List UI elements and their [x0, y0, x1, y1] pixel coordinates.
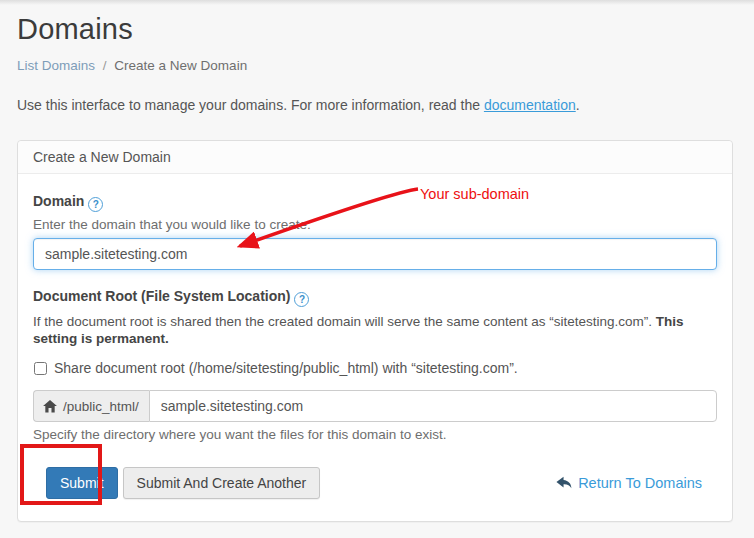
share-docroot-checkbox[interactable] [34, 362, 47, 375]
actions-row: Submit Submit And Create Another Return … [33, 467, 717, 499]
breadcrumb: List Domains / Create a New Domain [17, 58, 247, 73]
help-icon[interactable]: ? [88, 197, 103, 212]
breadcrumb-link-list-domains[interactable]: List Domains [17, 58, 95, 73]
intro-text-after: . [576, 97, 580, 113]
documentation-link[interactable]: documentation [484, 97, 576, 113]
breadcrumb-separator: / [103, 58, 107, 73]
return-to-domains-link[interactable]: Return To Domains [556, 475, 702, 491]
docroot-label: Document Root (File System Location) [33, 288, 290, 304]
domain-label-row: Domain? [33, 193, 717, 212]
docroot-hint: Specify the directory where you want the… [33, 427, 717, 442]
docroot-path-prefix: /public_html/ [63, 399, 139, 414]
page-title: Domains [17, 13, 133, 46]
panel-header: Create a New Domain [18, 141, 732, 174]
share-docroot-label: Share document root (/home/sitetesting/p… [54, 360, 518, 376]
top-divider [0, 0, 754, 5]
intro-text-before: Use this interface to manage your domain… [17, 97, 484, 113]
breadcrumb-current: Create a New Domain [114, 58, 247, 73]
domain-input[interactable] [33, 238, 717, 270]
panel-body: Domain? Enter the domain that you would … [18, 174, 732, 499]
docroot-path-input[interactable] [149, 390, 717, 422]
docroot-path-group: /public_html/ [33, 390, 717, 422]
docroot-path-addon: /public_html/ [33, 390, 149, 422]
share-docroot-row: Share document root (/home/sitetesting/p… [33, 360, 717, 376]
intro-text: Use this interface to manage your domain… [17, 97, 580, 113]
home-icon [43, 400, 57, 413]
docroot-description-text: If the document root is shared then the … [33, 314, 656, 329]
reply-arrow-icon [556, 476, 572, 490]
submit-and-create-another-button[interactable]: Submit And Create Another [123, 467, 321, 499]
create-domain-panel: Create a New Domain Domain? Enter the do… [17, 140, 733, 522]
domain-hint: Enter the domain that you would like to … [33, 217, 717, 232]
domain-label: Domain [33, 193, 84, 209]
return-to-domains-label: Return To Domains [578, 475, 702, 491]
help-icon[interactable]: ? [294, 292, 309, 307]
docroot-description: If the document root is shared then the … [33, 313, 705, 347]
docroot-label-row: Document Root (File System Location)? [33, 288, 717, 307]
submit-button[interactable]: Submit [46, 467, 118, 499]
